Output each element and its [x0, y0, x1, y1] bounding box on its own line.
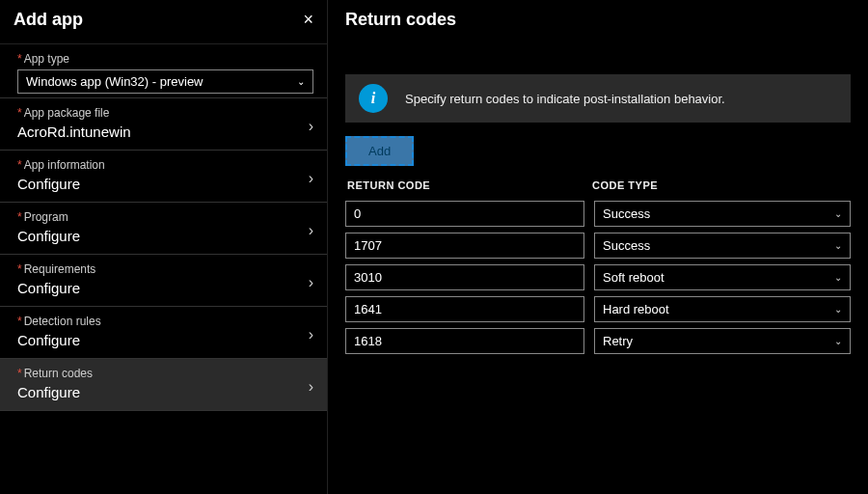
- code-type-value: Retry: [603, 334, 633, 348]
- return-code-input[interactable]: 3010: [345, 264, 584, 290]
- field-label-text: Return codes: [24, 367, 93, 380]
- table-header: RETURN CODE CODE TYPE: [345, 176, 851, 195]
- field-value: AcroRd.intunewin: [17, 124, 313, 146]
- code-type-value: Soft reboot: [603, 270, 665, 285]
- field-app-information[interactable]: *App informationConfigure›: [0, 151, 327, 203]
- chevron-down-icon: ⌄: [297, 76, 305, 87]
- right-panel-title: Return codes: [345, 10, 851, 45]
- field-value: Configure: [17, 332, 313, 354]
- field-label: *Requirements: [17, 262, 313, 276]
- return-code-row: 1641Hard reboot⌄: [345, 296, 851, 322]
- chevron-down-icon: ⌄: [834, 272, 842, 283]
- field-requirements[interactable]: *RequirementsConfigure›: [0, 255, 327, 307]
- info-bar: i Specify return codes to indicate post-…: [345, 74, 851, 123]
- close-icon[interactable]: ×: [303, 10, 313, 30]
- return-code-input[interactable]: 1641: [345, 296, 584, 322]
- return-code-input[interactable]: 1618: [345, 328, 584, 354]
- return-code-row: 1707Success⌄: [345, 233, 851, 259]
- chevron-right-icon: ›: [309, 117, 313, 134]
- field-label-text: App package file: [24, 106, 110, 120]
- field-label: *Return codes: [17, 367, 313, 380]
- field-value: Configure: [17, 384, 313, 406]
- field-value: Configure: [17, 176, 313, 198]
- field-return-codes[interactable]: *Return codesConfigure›: [0, 359, 327, 411]
- field-label-text: App type: [24, 52, 69, 66]
- field-label-text: Program: [24, 210, 68, 224]
- code-type-select[interactable]: Hard reboot⌄: [594, 296, 851, 322]
- field-label-text: App information: [24, 158, 105, 172]
- chevron-right-icon: ›: [309, 273, 313, 290]
- return-code-row: 3010Soft reboot⌄: [345, 264, 851, 290]
- return-code-input[interactable]: 1707: [345, 233, 584, 259]
- app-type-dropdown[interactable]: Windows app (Win32) - preview⌄: [17, 69, 313, 94]
- chevron-right-icon: ›: [309, 169, 313, 186]
- panel-header: Add app ×: [0, 0, 327, 44]
- add-button[interactable]: Add: [345, 136, 414, 166]
- return-code-input[interactable]: 0: [345, 201, 584, 227]
- right-panel: Return codes i Specify return codes to i…: [328, 0, 868, 494]
- required-asterisk: *: [17, 106, 22, 120]
- code-type-value: Hard reboot: [603, 302, 669, 316]
- col-header-type: CODE TYPE: [586, 179, 851, 191]
- info-text: Specify return codes to indicate post-in…: [405, 92, 725, 106]
- field-label: *App package file: [17, 106, 313, 120]
- chevron-right-icon: ›: [309, 221, 313, 238]
- chevron-right-icon: ›: [309, 377, 313, 395]
- code-type-select[interactable]: Success⌄: [594, 233, 851, 259]
- code-type-value: Success: [603, 238, 650, 253]
- return-code-row: 0Success⌄: [345, 201, 851, 227]
- field-label: *App information: [17, 158, 313, 172]
- field-detection-rules[interactable]: *Detection rulesConfigure›: [0, 307, 327, 359]
- col-header-code: RETURN CODE: [345, 179, 586, 191]
- code-type-select[interactable]: Soft reboot⌄: [594, 264, 851, 290]
- required-asterisk: *: [17, 315, 22, 328]
- field-label-text: Requirements: [24, 262, 96, 276]
- required-asterisk: *: [17, 262, 22, 276]
- chevron-down-icon: ⌄: [834, 208, 842, 219]
- code-type-value: Success: [603, 206, 650, 221]
- panel-title: Add app: [14, 10, 83, 30]
- chevron-down-icon: ⌄: [834, 304, 842, 315]
- code-type-select[interactable]: Retry⌄: [594, 328, 851, 354]
- code-type-select[interactable]: Success⌄: [594, 201, 851, 227]
- field-value: Configure: [17, 280, 313, 302]
- left-panel: Add app × *App typeWindows app (Win32) -…: [0, 0, 328, 494]
- field-value: Configure: [17, 228, 313, 250]
- field-app-package-file[interactable]: *App package fileAcroRd.intunewin›: [0, 98, 327, 151]
- field-label-text: Detection rules: [24, 315, 101, 328]
- return-code-row: 1618Retry⌄: [345, 328, 851, 354]
- chevron-down-icon: ⌄: [834, 336, 842, 346]
- field-program[interactable]: *ProgramConfigure›: [0, 203, 327, 255]
- field-app-type[interactable]: *App typeWindows app (Win32) - preview⌄: [0, 44, 327, 98]
- required-asterisk: *: [17, 52, 22, 66]
- dropdown-value: Windows app (Win32) - preview: [26, 74, 203, 89]
- info-icon: i: [359, 84, 388, 113]
- field-label: *Program: [17, 210, 313, 224]
- required-asterisk: *: [17, 210, 22, 224]
- chevron-down-icon: ⌄: [834, 240, 842, 251]
- required-asterisk: *: [17, 367, 22, 380]
- chevron-right-icon: ›: [309, 325, 313, 343]
- field-label: *Detection rules: [17, 315, 313, 328]
- field-label: *App type: [17, 52, 313, 66]
- required-asterisk: *: [17, 158, 22, 172]
